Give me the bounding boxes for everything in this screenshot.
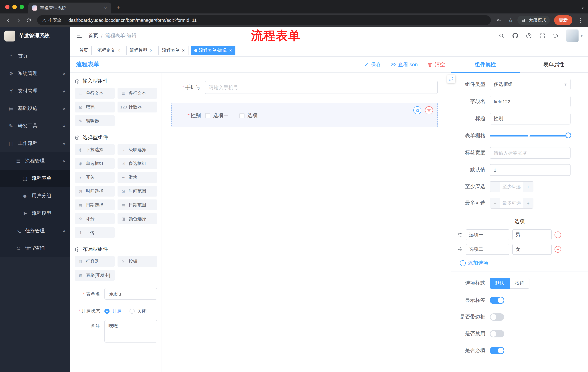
window-zoom-button[interactable] <box>20 5 24 9</box>
tab-close-icon[interactable]: × <box>103 5 108 11</box>
style-default-button[interactable]: 默认 <box>490 278 510 289</box>
sidebar-item[interactable]: ☰ 流程管理 <box>0 152 70 170</box>
remove-option-button[interactable]: − <box>555 232 561 238</box>
sidebar-item[interactable]: ¥ 支付管理 <box>0 82 70 100</box>
option-label-input[interactable] <box>466 244 509 255</box>
fullscreen-icon[interactable] <box>539 32 546 39</box>
toggle-switch[interactable] <box>490 347 504 354</box>
decrease-button[interactable]: − <box>490 198 500 208</box>
password-key-icon[interactable] <box>494 15 504 25</box>
update-button[interactable]: 更新 <box>554 15 572 25</box>
palette-item[interactable]: ↥ 上传 <box>74 227 115 238</box>
option-label-input[interactable] <box>466 229 509 240</box>
help-icon[interactable] <box>526 32 532 39</box>
palette-item[interactable]: ☆ 评分 <box>74 213 115 224</box>
slider-handle[interactable] <box>566 132 571 138</box>
palette-item[interactable]: ▥ 行容器 <box>74 256 115 267</box>
collapse-menu-button[interactable] <box>76 32 83 39</box>
reload-button[interactable] <box>24 15 33 25</box>
palette-item[interactable]: ◷ 时间选择 <box>74 186 115 197</box>
view-tag[interactable]: 流程模型 × <box>126 46 156 55</box>
sidebar-item[interactable]: ⚙ 系统管理 <box>0 65 70 82</box>
grid-slider[interactable] <box>490 130 570 142</box>
address-bar[interactable]: ⚠ 不安全 | dashboard.yudao.iocoder.cn/bpm/m… <box>37 15 491 25</box>
palette-item[interactable]: ◐ 开关 <box>74 172 115 183</box>
window-close-button[interactable] <box>5 5 10 9</box>
save-button[interactable]: ✓ 保存 <box>364 61 381 68</box>
tag-close-icon[interactable]: × <box>150 48 152 53</box>
breadcrumb-home[interactable]: 首页 <box>88 32 98 39</box>
max-select-value[interactable]: 最多可选 <box>500 198 523 208</box>
palette-item[interactable]: ⊸ 滑块 <box>117 172 157 183</box>
toggle-switch[interactable] <box>490 297 504 304</box>
canvas-field-gender-selected[interactable]: 性别 选项一 选项二 <box>171 103 438 128</box>
field-name-input[interactable] <box>490 96 570 107</box>
form-canvas[interactable]: 手机号 性别 选项一 <box>162 73 451 372</box>
min-select-value[interactable]: 至少应选 <box>500 182 523 192</box>
tag-close-icon[interactable]: × <box>182 48 185 53</box>
palette-item[interactable]: ▤ 日期范围 <box>117 200 157 210</box>
option-value-input[interactable] <box>512 229 552 240</box>
increase-button[interactable]: + <box>523 182 533 192</box>
component-type-select[interactable]: 多选框组 <box>490 79 570 90</box>
palette-item[interactable]: ☑ 多选框组 <box>117 158 157 169</box>
drag-handle-icon[interactable] <box>457 232 463 238</box>
tag-close-icon[interactable]: × <box>229 48 232 53</box>
option-value-input[interactable] <box>512 244 552 255</box>
sidebar-item[interactable]: ⌂ 首页 <box>0 47 70 65</box>
palette-item[interactable]: ◎ 下拉选择 <box>74 144 115 155</box>
bookmark-star-icon[interactable]: ☆ <box>508 18 513 23</box>
sidebar-item[interactable]: ⌥ 任务管理 <box>0 222 70 240</box>
title-input[interactable] <box>490 113 570 125</box>
font-size-icon[interactable] <box>553 32 559 39</box>
forward-button[interactable] <box>14 15 23 25</box>
palette-item[interactable]: ▦ 日期选择 <box>74 200 115 210</box>
palette-item[interactable]: ▭ 单行文本 <box>74 88 115 99</box>
status-radio-off[interactable]: 关闭 <box>129 308 147 315</box>
gender-option2-checkbox[interactable]: 选项二 <box>239 112 263 119</box>
canvas-field-phone[interactable]: 手机号 <box>171 81 441 94</box>
view-tag[interactable]: 首页 × <box>76 46 92 55</box>
browser-menu-kebab-icon[interactable]: ⋮ <box>577 17 584 23</box>
sidebar-item[interactable]: ▢ 流程表单 <box>0 170 70 187</box>
palette-item[interactable]: ⌥ 级联选择 <box>117 144 157 155</box>
drag-handle-icon[interactable] <box>457 246 463 252</box>
back-button[interactable] <box>4 15 13 25</box>
delete-field-button[interactable] <box>425 106 433 114</box>
tag-close-icon[interactable]: × <box>117 48 120 53</box>
window-minimize-button[interactable] <box>12 5 17 9</box>
security-warning[interactable]: ⚠ 不安全 <box>42 17 62 23</box>
palette-item[interactable]: ⊠ 密码 <box>74 102 115 112</box>
label-width-input[interactable] <box>490 147 570 159</box>
palette-item[interactable]: ✎ 编辑器 <box>74 115 115 126</box>
link-button[interactable] <box>447 75 455 83</box>
form-name-input[interactable] <box>105 288 157 299</box>
tab-form-props[interactable]: 表单属性 <box>520 57 588 73</box>
add-option-button[interactable]: + 添加选项 <box>460 260 582 266</box>
palette-item[interactable]: ▩ 表格[开发中] <box>74 270 115 281</box>
palette-item[interactable]: ☞ 按钮 <box>117 256 157 267</box>
search-icon[interactable] <box>498 32 505 39</box>
palette-item[interactable]: ◉ 单选框组 <box>74 158 115 169</box>
tab-search-caret-icon[interactable]: ▾ <box>582 6 584 10</box>
app-logo-row[interactable]: 芋道管理系统 <box>0 27 70 45</box>
form-remark-textarea[interactable] <box>105 320 157 342</box>
toggle-switch[interactable] <box>490 313 504 321</box>
sidebar-item[interactable]: ➤ 流程模型 <box>0 205 70 222</box>
increase-button[interactable]: + <box>523 198 533 208</box>
status-radio-on[interactable]: 开启 <box>105 308 122 315</box>
phone-input[interactable] <box>205 81 438 94</box>
sidebar-item[interactable]: ◫ 工作流程 <box>0 135 70 152</box>
github-icon[interactable] <box>512 32 518 39</box>
sidebar-item[interactable]: ☺ 请假查询 <box>0 240 70 257</box>
remove-option-button[interactable]: − <box>555 246 561 253</box>
sidebar-item[interactable]: ▤ 基础设施 <box>0 100 70 117</box>
view-tag[interactable]: 流程定义 × <box>94 46 124 55</box>
palette-item[interactable]: ◶ 时间范围 <box>117 186 157 197</box>
palette-item[interactable]: 123 计数器 <box>117 102 157 112</box>
style-button-button[interactable]: 按钮 <box>510 278 529 289</box>
palette-item[interactable]: ◨ 颜色选择 <box>117 213 157 224</box>
tab-component-props[interactable]: 组件属性 <box>451 57 520 73</box>
palette-item[interactable]: ≣ 多行文本 <box>117 88 157 99</box>
sidebar-item[interactable]: ✎ 研发工具 <box>0 117 70 135</box>
